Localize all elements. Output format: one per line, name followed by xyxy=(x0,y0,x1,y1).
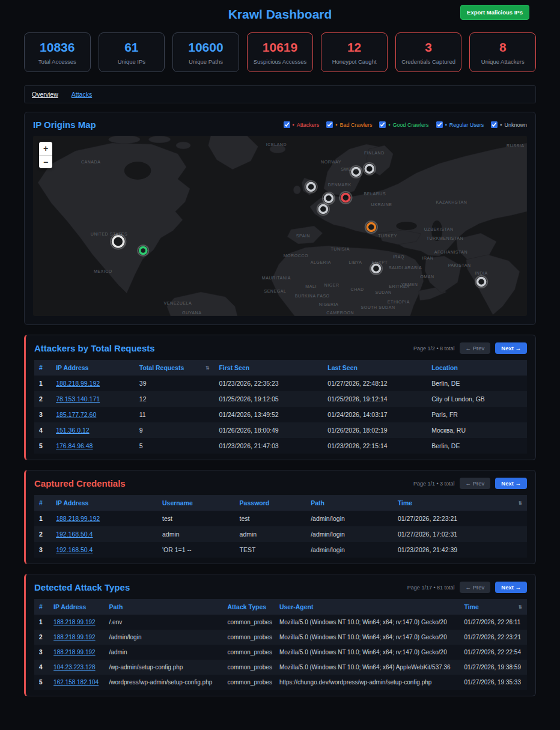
prev-page-button[interactable]: ← Prev xyxy=(460,342,491,354)
legend-checkbox[interactable] xyxy=(284,121,290,128)
map-country-label: CAMEROON xyxy=(326,311,354,315)
map-marker-cluster[interactable] xyxy=(111,234,126,249)
zoom-in-button[interactable]: + xyxy=(39,142,52,155)
map-country-label: ETHIOPIA xyxy=(388,300,410,304)
table-cell: City of London, GB xyxy=(427,391,527,407)
stat-card-unique-paths: 10600Unique Paths xyxy=(172,32,239,72)
table-row: 1188.218.99.192/.envcommon_probesMozilla… xyxy=(34,615,527,630)
table-cell: 01/26/2026, 18:00:49 xyxy=(214,422,323,438)
legend-item-bad-crawlers[interactable]: •Bad Crawlers xyxy=(326,121,372,128)
legend-checkbox[interactable] xyxy=(379,121,386,128)
map-country-label: RUSSIA xyxy=(507,144,524,148)
ip-address-link[interactable]: 176.84.96.48 xyxy=(56,442,93,449)
world-map[interactable]: CANADAUNITED STATESMEXICOICELANDNORWAYSW… xyxy=(33,136,527,316)
legend-checkbox[interactable] xyxy=(436,121,443,128)
table-row: 1188.218.99.1923901/23/2026, 22:35:2301/… xyxy=(34,376,527,391)
sort-icon[interactable]: ⇅ xyxy=(518,604,522,610)
ip-address-link[interactable]: 185.177.72.60 xyxy=(56,411,96,418)
next-page-button[interactable]: Next → xyxy=(495,342,527,354)
ip-address-link[interactable]: 188.218.99.192 xyxy=(56,515,100,522)
row-number: 4 xyxy=(34,660,49,675)
legend-checkbox[interactable] xyxy=(491,121,498,128)
legend-checkbox[interactable] xyxy=(326,121,333,128)
table-cell: 01/27/2026, 17:02:31 xyxy=(393,526,527,542)
row-number: 1 xyxy=(34,376,51,391)
map-marker-unknown[interactable] xyxy=(364,163,376,175)
tab-overview[interactable]: Overview xyxy=(32,91,58,98)
column-header-total-requests[interactable]: Total Requests⇅ xyxy=(135,360,215,376)
table-row: 278.153.140.1711201/25/2026, 19:12:0501/… xyxy=(34,391,527,407)
legend-label: Attackers xyxy=(297,122,320,128)
stat-label: Unique IPs xyxy=(100,58,163,65)
map-marker-attacker[interactable] xyxy=(339,192,352,204)
table-cell: common_probes xyxy=(223,660,275,675)
map-country-label: FINLAND xyxy=(364,151,385,155)
ip-address-link[interactable]: 188.218.99.192 xyxy=(53,619,96,625)
ip-address-link[interactable]: 188.218.99.192 xyxy=(53,649,96,655)
map-country-label: DENMARK xyxy=(328,183,352,187)
ip-address-cell: 185.177.72.60 xyxy=(51,407,135,422)
ip-address-link[interactable]: 104.23.223.128 xyxy=(53,664,96,671)
next-page-button[interactable]: Next → xyxy=(495,478,527,489)
column-header-time[interactable]: Time⇅ xyxy=(459,599,527,615)
stat-label: Suspicious Accesses xyxy=(249,58,312,65)
sort-icon[interactable]: ⇅ xyxy=(205,365,210,371)
legend-item-regular-users[interactable]: •Regular Users xyxy=(436,121,484,128)
stat-label: Total Accesses xyxy=(26,58,89,65)
column-header-password: Password xyxy=(235,495,306,511)
legend-dot-icon: • xyxy=(335,122,337,128)
map-country-label: UKRAINE xyxy=(371,202,392,207)
map-marker-unknown[interactable] xyxy=(305,181,317,193)
sort-icon[interactable]: ⇅ xyxy=(518,500,522,506)
ip-address-link[interactable]: 78.153.140.171 xyxy=(56,395,100,403)
ip-address-cell: 188.218.99.192 xyxy=(49,645,104,660)
map-country-label: MALI xyxy=(305,284,317,288)
map-country-label: BURKINA FASO xyxy=(295,294,330,298)
map-marker-unknown[interactable] xyxy=(350,166,362,178)
export-malicious-ips-button[interactable]: Export Malicious IPs xyxy=(460,5,529,20)
ip-address-link[interactable]: 162.158.182.104 xyxy=(53,679,99,686)
ip-address-link[interactable]: 151.36.0.12 xyxy=(56,427,89,434)
table-cell: admin xyxy=(157,526,235,542)
legend-item-good-crawlers[interactable]: •Good Crawlers xyxy=(379,121,428,128)
tab-attacks[interactable]: Attacks xyxy=(72,91,92,98)
column-header-time[interactable]: Time⇅ xyxy=(393,495,527,511)
map-marker-unknown[interactable] xyxy=(323,192,335,204)
row-number: 1 xyxy=(34,615,49,630)
attack-types-panel: Detected Attack Types Page 1/17 • 81 tot… xyxy=(24,574,536,696)
ip-address-link[interactable]: 188.218.99.192 xyxy=(56,380,100,387)
map-country-label: OMAN xyxy=(420,275,434,279)
prev-page-button[interactable]: ← Prev xyxy=(460,582,491,593)
zoom-out-button[interactable]: − xyxy=(39,155,52,168)
map-marker-unknown[interactable] xyxy=(370,263,382,275)
legend-label: Good Crawlers xyxy=(393,122,429,128)
prev-page-button[interactable]: ← Prev xyxy=(460,478,491,489)
ip-address-cell: 188.218.99.192 xyxy=(51,376,135,391)
table-cell: /admin xyxy=(105,645,223,660)
ip-address-cell: 188.218.99.192 xyxy=(49,615,104,630)
table-cell: 01/27/2026, 22:48:12 xyxy=(323,376,427,391)
legend-dot-icon: • xyxy=(445,122,447,128)
legend-item-attackers[interactable]: •Attackers xyxy=(284,121,320,128)
row-number: 5 xyxy=(34,675,49,690)
map-marker-bad-crawler[interactable] xyxy=(365,221,377,233)
ip-address-link[interactable]: 192.168.50.4 xyxy=(56,546,93,553)
map-marker-good-crawler[interactable] xyxy=(138,245,148,256)
stat-value: 10600 xyxy=(174,40,237,55)
black-sea xyxy=(396,222,416,230)
table-cell: /admin/login xyxy=(306,511,393,526)
table-cell: 01/27/2026, 22:26:11 xyxy=(459,615,527,630)
map-marker-unknown[interactable] xyxy=(317,203,329,215)
column-header-path: Path xyxy=(105,599,223,615)
map-country-label: ICELAND xyxy=(266,142,287,147)
map-country-label: ALGERIA xyxy=(311,260,331,264)
column-header-: # xyxy=(34,599,49,615)
next-page-button[interactable]: Next → xyxy=(495,582,527,593)
ip-address-link[interactable]: 192.168.50.4 xyxy=(56,531,93,538)
legend-item-unknown[interactable]: •Unknown xyxy=(491,121,527,128)
stat-card-unique-attackers: 8Unique Attackers xyxy=(469,32,536,72)
map-marker-unknown[interactable] xyxy=(475,276,487,288)
row-number: 3 xyxy=(34,542,51,558)
table-cell: TEST xyxy=(235,542,306,558)
ip-address-link[interactable]: 188.218.99.192 xyxy=(53,634,96,640)
